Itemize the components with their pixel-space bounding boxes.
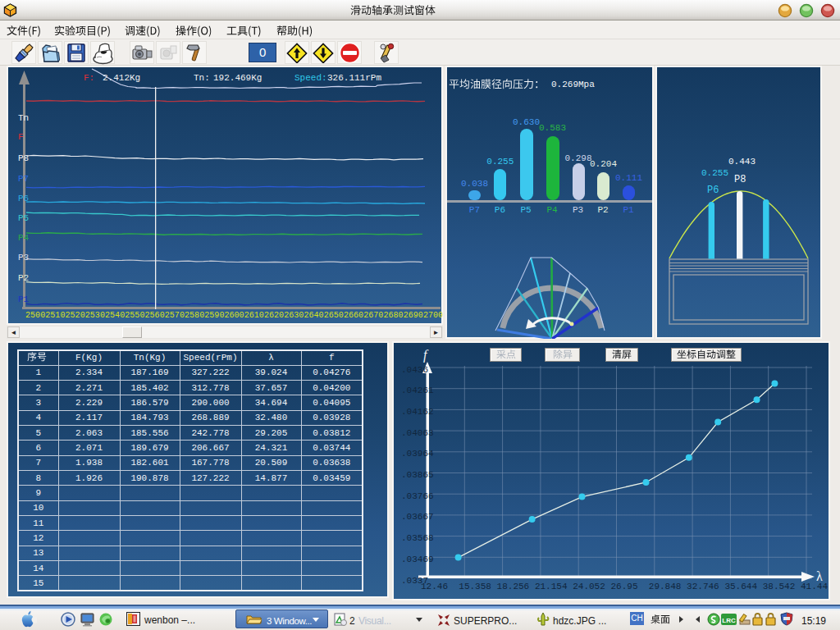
- svg-text:LRC: LRC: [722, 617, 736, 624]
